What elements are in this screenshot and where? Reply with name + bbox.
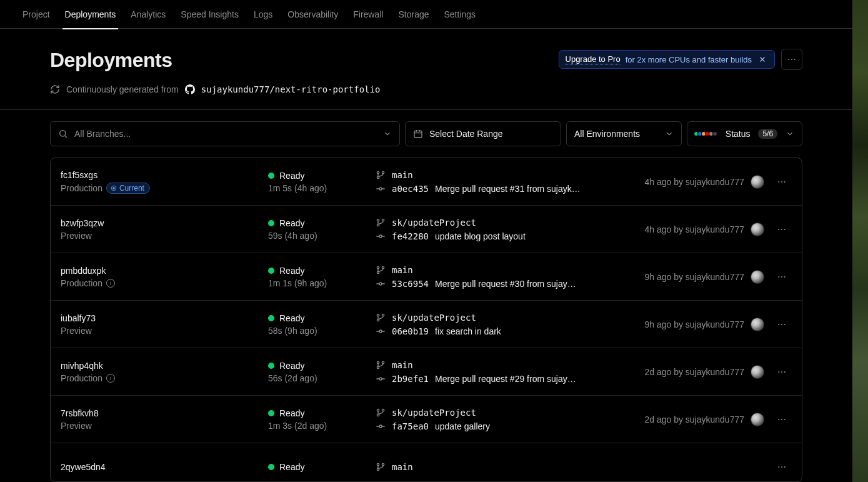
deployment-id[interactable]: 2qywe5dn4 (61, 462, 261, 472)
row-more-button[interactable] (772, 409, 792, 429)
nav-tab-logs[interactable]: Logs (246, 0, 280, 29)
deployment-id[interactable]: fc1f5sxgs (61, 170, 261, 180)
avatar[interactable] (751, 413, 764, 426)
deployment-duration: 58s (9h ago) (268, 326, 368, 336)
row-more-button[interactable] (772, 267, 792, 287)
svg-point-35 (377, 361, 379, 363)
avatar[interactable] (751, 270, 764, 284)
nav-tab-settings[interactable]: Settings (437, 0, 484, 29)
deployment-duration: 1m 1s (9h ago) (268, 278, 368, 288)
deployment-meta-cell: 2d ago by sujaykundu777 (639, 413, 764, 426)
branches-filter[interactable]: All Branches... (50, 121, 400, 146)
commit-message: Merge pull request #30 from sujay… (435, 279, 576, 289)
branch-name[interactable]: sk/updateProject (392, 313, 476, 323)
branch-name[interactable]: sk/updateProject (392, 408, 476, 418)
svg-point-6 (113, 187, 115, 189)
svg-point-7 (377, 171, 379, 173)
branch-name[interactable]: main (392, 360, 413, 370)
info-icon[interactable]: i (106, 279, 115, 288)
current-badge: Current (106, 183, 150, 194)
nav-tab-speed-insights[interactable]: Speed Insights (173, 0, 246, 29)
svg-point-11 (778, 181, 779, 182)
svg-point-14 (377, 219, 379, 221)
nav-tab-analytics[interactable]: Analytics (123, 0, 173, 29)
svg-point-20 (784, 228, 786, 229)
header-more-button[interactable] (781, 49, 802, 70)
deployment-row[interactable]: 2qywe5dn4Readymain (51, 443, 802, 482)
avatar[interactable] (751, 318, 764, 331)
status-dots-icon (695, 131, 717, 136)
svg-point-22 (382, 266, 384, 268)
deployment-id[interactable]: bzwfp3qzw (61, 218, 261, 228)
desktop-wallpaper-strip (852, 0, 868, 482)
deployment-row[interactable]: pmbdduxpkProductioniReady1m 1s (9h ago)m… (51, 253, 802, 301)
status-filter[interactable]: Status 5/6 (687, 121, 802, 146)
deployment-row[interactable]: mivhp4qhkProductioniReady56s (2d ago)mai… (51, 348, 802, 396)
deployment-git-cell: sk/updateProjectfa75ea0update gallery (376, 408, 632, 431)
deployment-meta-cell: 4h ago by sujaykundu777 (639, 223, 764, 236)
branch-name[interactable]: sk/updateProject (392, 218, 476, 228)
sync-icon (50, 84, 60, 94)
svg-point-44 (377, 414, 379, 416)
svg-point-10 (379, 188, 382, 190)
commit-icon (376, 421, 386, 431)
env-label: All Environments (574, 129, 640, 139)
svg-point-26 (781, 276, 782, 277)
deployment-id[interactable]: 7rsbfkvh8 (61, 408, 261, 418)
deployment-git-cell: main2b9efe1Merge pull request #29 from s… (376, 360, 632, 384)
commit-hash[interactable]: 53c6954 (392, 279, 429, 289)
row-more-button[interactable] (772, 314, 792, 334)
commit-hash[interactable]: a0ec435 (392, 184, 429, 194)
commit-hash[interactable]: 2b9efe1 (392, 374, 429, 384)
date-range-filter[interactable]: Select Date Range (405, 121, 561, 146)
commit-message: fix search in dark (435, 326, 501, 336)
branch-name[interactable]: main (392, 462, 413, 472)
nav-tab-firewall[interactable]: Firewall (346, 0, 391, 29)
svg-rect-4 (414, 131, 422, 138)
row-more-button[interactable] (772, 457, 792, 477)
upgrade-banner[interactable]: Upgrade to Pro for 2x more CPUs and fast… (559, 50, 775, 69)
info-icon[interactable]: i (106, 374, 115, 383)
nav-tab-storage[interactable]: Storage (391, 0, 436, 29)
page-title: Deployments (50, 49, 172, 72)
deployment-time-author: 9h ago by sujaykundu777 (644, 272, 744, 282)
row-more-button[interactable] (772, 219, 792, 239)
deployment-row[interactable]: fc1f5sxgsProductionCurrentReady1m 5s (4h… (51, 158, 802, 206)
avatar[interactable] (751, 223, 764, 236)
row-more-button[interactable] (772, 172, 792, 192)
deployment-row[interactable]: iubalfy73PreviewReady58s (9h ago)sk/upda… (51, 301, 802, 348)
avatar[interactable] (751, 175, 764, 189)
deployment-id-cell: pmbdduxpkProductioni (61, 266, 261, 288)
deployment-row[interactable]: 7rsbfkvh8PreviewReady1m 3s (2d ago)sk/up… (51, 396, 802, 443)
deployment-id[interactable]: iubalfy73 (61, 313, 261, 323)
deployment-id[interactable]: mivhp4qhk (61, 361, 261, 371)
branch-name[interactable]: main (392, 170, 413, 180)
close-icon[interactable] (757, 55, 768, 64)
avatar[interactable] (751, 365, 764, 379)
svg-point-41 (784, 371, 786, 372)
nav-tab-project[interactable]: Project (15, 0, 57, 29)
deployment-row[interactable]: bzwfp3qzwPreviewReady59s (4h ago)sk/upda… (51, 206, 802, 253)
row-more-button[interactable] (772, 362, 792, 382)
svg-point-15 (382, 219, 384, 221)
commit-hash[interactable]: 06e0b19 (392, 326, 429, 336)
deployment-git-cell: main (376, 462, 632, 472)
status-dot-ready (268, 173, 274, 179)
svg-point-31 (379, 330, 382, 333)
commit-hash[interactable]: fe42280 (392, 231, 429, 241)
nav-tabs: ProjectDeploymentsAnalyticsSpeed Insight… (0, 0, 852, 29)
status-dot-ready (268, 268, 274, 274)
svg-point-34 (784, 323, 786, 324)
deployment-id[interactable]: pmbdduxpk (61, 266, 261, 276)
repo-link[interactable]: sujaykundu777/next-ritro-portfolio (201, 84, 381, 94)
commit-hash[interactable]: fa75ea0 (392, 421, 429, 431)
environment-filter[interactable]: All Environments (566, 121, 682, 146)
nav-tab-observability[interactable]: Observability (280, 0, 346, 29)
svg-point-24 (379, 283, 382, 285)
svg-point-50 (382, 463, 384, 465)
branch-icon (376, 360, 386, 370)
deployment-env: Preview (61, 231, 261, 241)
branch-name[interactable]: main (392, 265, 413, 275)
nav-tab-deployments[interactable]: Deployments (57, 0, 124, 29)
svg-point-49 (377, 463, 379, 465)
